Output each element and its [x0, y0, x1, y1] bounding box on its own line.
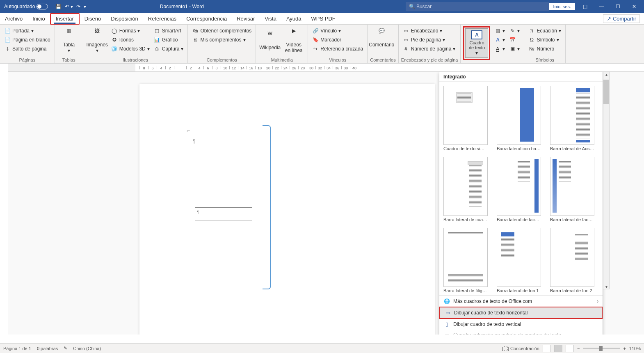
tab-disposicion[interactable]: Disposición	[106, 13, 143, 25]
undo-icon[interactable]: ↶ ▾	[65, 4, 73, 9]
tab-correspondencia[interactable]: Correspondencia	[181, 13, 232, 25]
proofing-icon[interactable]: ✎	[64, 346, 67, 351]
videos-button[interactable]: ▶Vídeos en línea	[282, 26, 305, 55]
zoom-slider[interactable]	[583, 348, 620, 349]
numero-button[interactable]: №Número	[527, 44, 562, 53]
search-box[interactable]: 🔍 Buscar	[406, 2, 549, 11]
maximize-icon[interactable]: ☐	[611, 4, 624, 9]
vertical-ruler[interactable]	[0, 72, 8, 335]
more-office-textboxes[interactable]: 🌐 Más cuadros de texto de Office.com ›	[439, 296, 603, 307]
scrollbar-thumb[interactable]	[603, 80, 609, 104]
smartart-button[interactable]: ◫SmartArt	[152, 26, 185, 35]
ribbon-display-icon[interactable]: ⬚	[578, 4, 591, 9]
gallery-item[interactable]: Barra lateral de Ion 1	[497, 228, 541, 293]
gallery-item[interactable]: Cuadro de texto simple	[443, 86, 488, 151]
web-layout-button[interactable]	[566, 345, 574, 352]
document-canvas[interactable]: ⌐ ¶ ¶ Integrado Cuadro de texto simple B…	[8, 72, 644, 335]
wikipedia-button[interactable]: WWikipedia	[258, 26, 281, 55]
salto-pagina-button[interactable]: ⤵Salto de página	[2, 44, 52, 53]
tab-referencias[interactable]: Referencias	[143, 13, 181, 25]
zoom-in-button[interactable]: +	[623, 346, 626, 351]
close-icon[interactable]: ✕	[628, 4, 641, 9]
captura-button[interactable]: ⎙Captura ▾	[152, 44, 185, 53]
drop-cap-button[interactable]: A̲▾	[493, 44, 507, 53]
focus-mode-button[interactable]: [⛶] Concentración	[502, 346, 539, 351]
drawn-textbox[interactable]	[195, 207, 252, 220]
pagina-blanco-button[interactable]: 📄Página en blanco	[2, 35, 52, 44]
gallery-item[interactable]: Barra lateral de faceta ...	[550, 157, 594, 222]
group-ilustraciones: 🖼Imágenes▾ ◯Formas ▾ ✪Iconos 🧊Modelos 3D…	[83, 25, 188, 63]
textbox-paragraph-mark-icon: ¶	[197, 210, 199, 215]
tab-wpspdf[interactable]: WPS PDF	[306, 13, 340, 25]
page-indicator[interactable]: Página 1 de 1	[3, 346, 31, 351]
language-indicator[interactable]: Chino (China)	[73, 346, 101, 351]
group-complementos: 🛍Obtener complementos ⎘Mis complementos …	[188, 25, 256, 63]
selection-bracket-icon	[263, 125, 271, 289]
search-placeholder: Buscar	[416, 4, 432, 9]
gallery-item[interactable]: Barra lateral de Ion 2	[550, 228, 594, 293]
mis-complementos-button[interactable]: ⎘Mis complementos ▾	[190, 35, 253, 44]
referencia-cruzada-button[interactable]: ↪Referencia cruzada	[311, 44, 365, 53]
signature-line-button[interactable]: ✎▾	[507, 26, 521, 35]
gallery-item[interactable]: Barra lateral de cuadrí...	[443, 157, 488, 222]
save-icon[interactable]: 💾	[55, 4, 62, 9]
page-break-icon: ⤵	[4, 46, 11, 52]
gallery-item[interactable]: Barra lateral de faceta ...	[497, 157, 541, 222]
minimize-icon[interactable]: —	[595, 4, 608, 9]
gallery-item[interactable]: Barra lateral con bandas	[497, 86, 541, 151]
modelos3d-button[interactable]: 🧊Modelos 3D ▾	[110, 44, 151, 53]
group-paginas: 📄Portada ▾ 📄Página en blanco ⤵Salto de p…	[0, 25, 55, 63]
ecuacion-button[interactable]: πEcuación ▾	[527, 26, 562, 35]
simbolo-button[interactable]: ΩSímbolo ▾	[527, 35, 562, 44]
tab-vista[interactable]: Vista	[260, 13, 281, 25]
tab-diseno[interactable]: Diseño	[80, 13, 106, 25]
encabezado-button[interactable]: ▭Encabezado ▾	[401, 26, 458, 35]
tabla-button[interactable]: ▦ Tabla▾	[57, 26, 80, 55]
page: ⌐ ¶ ¶	[139, 84, 435, 335]
imagenes-button[interactable]: 🖼Imágenes▾	[86, 26, 109, 55]
signin-button[interactable]: Inic. ses.	[549, 3, 575, 10]
formas-button[interactable]: ◯Formas ▾	[110, 26, 151, 35]
cuadro-texto-button[interactable]: A Cuadro de texto ▾	[463, 26, 490, 60]
gallery-item[interactable]: Barra lateral de filigrana	[443, 228, 488, 293]
marcador-button[interactable]: 🔖Marcador	[311, 35, 365, 44]
pie-pagina-button[interactable]: ▭Pie de página ▾	[401, 35, 458, 44]
numero-pagina-button[interactable]: #Número de página ▾	[401, 44, 458, 53]
tab-inicio[interactable]: Inicio	[27, 13, 50, 25]
wordart-button[interactable]: A▾	[493, 35, 507, 44]
gallery-scrollbar[interactable]: ▴ ▾	[603, 72, 610, 289]
grafico-button[interactable]: 📊Gráfico	[152, 35, 185, 44]
redo-icon[interactable]: ↷	[76, 4, 80, 9]
share-button[interactable]: ↗ Compartir	[603, 14, 640, 23]
comentario-button[interactable]: 💬Comentario	[370, 26, 393, 49]
iconos-button[interactable]: ✪Iconos	[110, 35, 151, 44]
group-multimedia: WWikipedia ▶Vídeos en línea Multimedia	[256, 25, 308, 63]
signature-icon: ✎	[509, 28, 516, 34]
paragraph-mark-icon: ¶	[193, 138, 195, 144]
read-mode-button[interactable]	[543, 345, 551, 352]
title-bar: Autoguardado 💾 ↶ ▾ ↷ ▾ Documento1 - Word…	[0, 0, 644, 13]
gallery-item[interactable]: Barra lateral de Austin	[550, 86, 594, 151]
tab-revisar[interactable]: Revisar	[232, 13, 260, 25]
obtener-complementos-button[interactable]: 🛍Obtener complementos	[190, 26, 253, 35]
3d-icon: 🧊	[111, 46, 118, 52]
pictures-icon: 🖼	[91, 28, 104, 41]
quick-parts-button[interactable]: ▤▾	[493, 26, 507, 35]
object-button[interactable]: ▣▾	[507, 44, 521, 53]
zoom-level[interactable]: 110%	[629, 346, 641, 351]
draw-horizontal-textbox[interactable]: ▭ Dibujar cuadro de texto horizontal	[439, 307, 603, 319]
portada-button[interactable]: 📄Portada ▾	[2, 26, 52, 35]
horizontal-ruler[interactable]: 8642 246810 1214161820 2224262830 323436…	[8, 64, 644, 72]
draw-vertical-textbox[interactable]: ▯ Dibujar cuadro de texto vertical	[439, 319, 603, 330]
print-layout-button[interactable]	[554, 345, 562, 352]
zoom-out-button[interactable]: −	[577, 346, 580, 351]
chart-icon: 📊	[154, 37, 160, 43]
tab-archivo[interactable]: Archivo	[0, 13, 27, 25]
ribbon: 📄Portada ▾ 📄Página en blanco ⤵Salto de p…	[0, 25, 644, 64]
tab-insertar[interactable]: Insertar	[50, 13, 80, 25]
vinculo-button[interactable]: 🔗Vínculo ▾	[311, 26, 365, 35]
tab-ayuda[interactable]: Ayuda	[281, 13, 306, 25]
date-time-button[interactable]: 📅	[507, 35, 521, 44]
word-count[interactable]: 0 palabras	[37, 346, 58, 351]
autosave-toggle[interactable]: Autoguardado	[4, 4, 48, 9]
